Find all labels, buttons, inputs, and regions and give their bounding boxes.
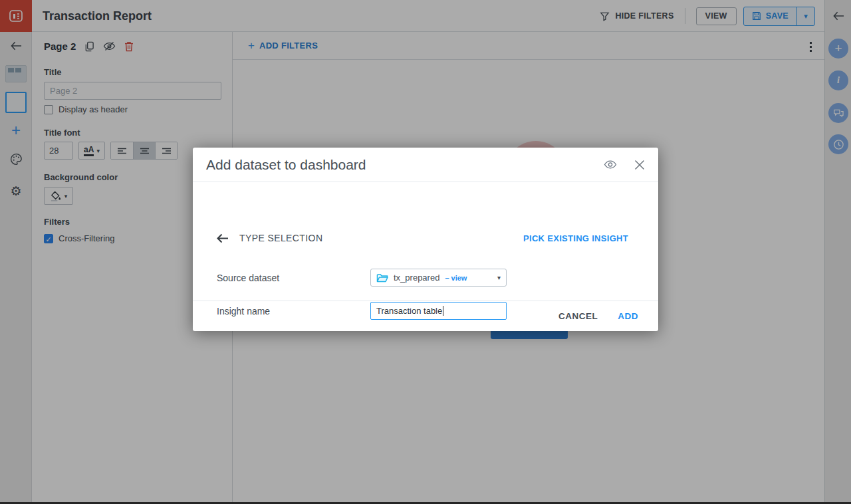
add-button[interactable]: ADD bbox=[618, 311, 638, 321]
pick-existing-insight-link[interactable]: PICK EXISTING INSIGHT bbox=[523, 233, 628, 243]
source-dataset-dropdown[interactable]: tx_prepared – view ▾ bbox=[370, 269, 507, 287]
source-dataset-value: tx_prepared bbox=[394, 273, 439, 283]
close-modal-button[interactable] bbox=[634, 160, 645, 170]
modal-body: TYPE SELECTION PICK EXISTING INSIGHT Sou… bbox=[193, 182, 658, 300]
eye-icon bbox=[604, 160, 617, 170]
modal-header: Add dataset to dashboard bbox=[193, 148, 658, 182]
add-dataset-modal: Add dataset to dashboard bbox=[193, 148, 658, 331]
type-selection-label: TYPE SELECTION bbox=[239, 233, 322, 243]
preview-button[interactable] bbox=[604, 160, 617, 170]
modal-header-icons bbox=[604, 160, 645, 170]
type-selection-row: TYPE SELECTION PICK EXISTING INSIGHT bbox=[217, 233, 628, 243]
modal-footer: CANCEL ADD bbox=[193, 301, 658, 331]
back-to-type-selection[interactable]: TYPE SELECTION bbox=[217, 233, 322, 243]
modal-title: Add dataset to dashboard bbox=[206, 157, 604, 173]
source-dataset-view-link[interactable]: – view bbox=[445, 274, 467, 282]
back-arrow-icon bbox=[217, 233, 229, 243]
caret-down-icon: ▾ bbox=[497, 274, 501, 281]
cancel-button[interactable]: CANCEL bbox=[558, 311, 598, 321]
folder-icon bbox=[376, 273, 388, 283]
source-dataset-label: Source dataset bbox=[217, 273, 279, 283]
close-icon bbox=[634, 160, 645, 170]
app-root: Transaction Report HIDE FILTERS VIEW bbox=[0, 0, 851, 504]
